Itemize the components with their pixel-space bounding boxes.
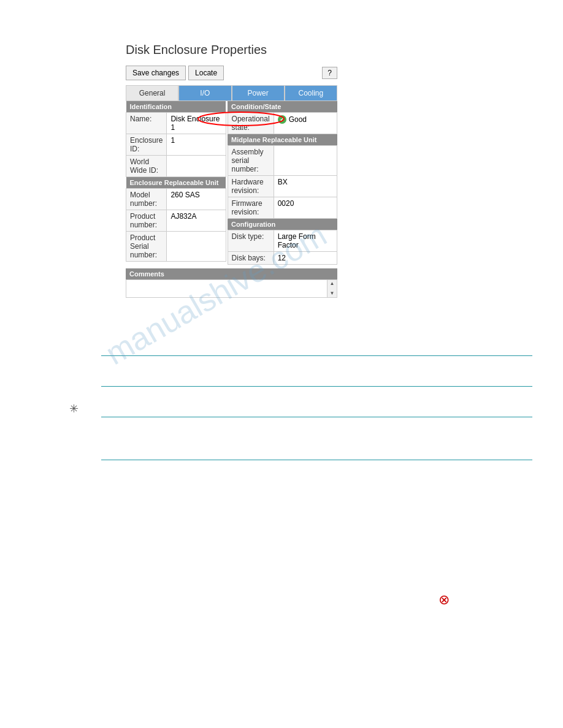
enclosure-id-label: Enclosure ID: (126, 134, 167, 156)
world-wide-id-row: World Wide ID: (126, 156, 226, 177)
identification-header: Identification (126, 101, 226, 113)
condition-header-row: Condition/State (228, 101, 337, 113)
good-text: Good (289, 115, 307, 124)
hline-2 (101, 386, 532, 387)
tab-power[interactable]: Power (232, 85, 285, 101)
hardware-revision-row: Hardware revision: BX (228, 176, 337, 197)
disk-bays-row: Disk bays: 12 (228, 252, 337, 265)
comments-input[interactable] (126, 280, 327, 297)
tab-io[interactable]: I/O (178, 85, 231, 101)
identification-header-row: Identification (126, 101, 226, 113)
enclosure-ru-header-row: Enclosure Replaceable Unit (126, 177, 226, 189)
product-serial-value (167, 232, 226, 262)
hardware-revision-value: BX (274, 176, 337, 197)
right-panel: Condition/State Operational state: ✓ Goo… (228, 101, 337, 265)
hline-4 (101, 460, 532, 460)
page-container: Disk Enclosure Properties Save changes L… (0, 0, 337, 298)
enclosure-id-row: Enclosure ID: 1 (126, 134, 226, 156)
page-title: Disk Enclosure Properties (126, 43, 337, 57)
assembly-serial-value (274, 146, 337, 176)
error-icon: ⊗ (439, 592, 450, 608)
midplane-header: Midplane Replaceable Unit (228, 134, 337, 146)
condition-header: Condition/State (228, 101, 337, 113)
name-label: Name: (126, 113, 167, 134)
product-serial-row: Product Serial number: (126, 232, 226, 262)
comments-body: ▲ ▼ (126, 279, 337, 298)
disk-bays-label: Disk bays: (228, 252, 274, 265)
enclosure-ru-header: Enclosure Replaceable Unit (126, 177, 226, 189)
condition-table: Condition/State Operational state: ✓ Goo… (228, 101, 337, 265)
scroll-down-arrow[interactable]: ▼ (330, 291, 335, 296)
product-number-row: Product number: AJ832A (126, 210, 226, 232)
hline-3 (101, 417, 532, 417)
tabs-row: General I/O Power Cooling (126, 85, 337, 101)
model-number-row: Model number: 260 SAS (126, 189, 226, 210)
world-wide-id-value (167, 156, 226, 177)
tab-cooling[interactable]: Cooling (285, 85, 337, 101)
product-serial-label: Product Serial number: (126, 232, 167, 262)
disk-type-row: Disk type: Large Form Factor (228, 230, 337, 252)
hline-1 (101, 355, 532, 356)
world-wide-id-label: World Wide ID: (126, 156, 167, 177)
disk-type-label: Disk type: (228, 230, 274, 252)
good-icon: ✓ (278, 115, 286, 124)
operational-state-label: Operational state: (228, 113, 274, 134)
enclosure-id-value: 1 (167, 134, 226, 156)
left-panel: Identification Name: Disk Enclosure 1 En… (126, 101, 228, 265)
comments-header: Comments (126, 268, 337, 279)
hardware-revision-label: Hardware revision: (228, 176, 274, 197)
comments-section: Comments ▲ ▼ (126, 268, 337, 298)
firmware-revision-value: 0020 (274, 197, 337, 219)
assembly-serial-label: Assembly serial number: (228, 146, 274, 176)
model-number-label: Model number: (126, 189, 167, 210)
toolbar: Save changes Locate ? (126, 66, 337, 80)
sun-icon: ✳ (69, 402, 79, 415)
operational-state-value: ✓ Good (274, 113, 337, 134)
assembly-serial-row: Assembly serial number: (228, 146, 337, 176)
disk-type-value: Large Form Factor (274, 230, 337, 252)
comments-scrollbar[interactable]: ▲ ▼ (327, 280, 337, 297)
midplane-header-row: Midplane Replaceable Unit (228, 134, 337, 146)
product-number-value: AJ832A (167, 210, 226, 232)
product-number-label: Product number: (126, 210, 167, 232)
locate-button[interactable]: Locate (188, 66, 224, 80)
operational-state-row: Operational state: ✓ Good (228, 113, 337, 134)
config-header: Configuration (228, 219, 337, 230)
scroll-up-arrow[interactable]: ▲ (330, 281, 335, 286)
disk-bays-value: 12 (274, 252, 337, 265)
name-row: Name: Disk Enclosure 1 (126, 113, 226, 134)
config-header-row: Configuration (228, 219, 337, 230)
firmware-revision-label: Firmware revision: (228, 197, 274, 219)
main-content: Identification Name: Disk Enclosure 1 En… (126, 101, 337, 265)
tab-general[interactable]: General (126, 85, 178, 101)
help-button[interactable]: ? (322, 67, 337, 79)
save-changes-button[interactable]: Save changes (126, 66, 186, 80)
firmware-revision-row: Firmware revision: 0020 (228, 197, 337, 219)
model-number-value: 260 SAS (167, 189, 226, 210)
identification-table: Identification Name: Disk Enclosure 1 En… (126, 101, 226, 262)
good-badge: ✓ Good (278, 115, 307, 124)
name-value: Disk Enclosure 1 (167, 113, 226, 134)
